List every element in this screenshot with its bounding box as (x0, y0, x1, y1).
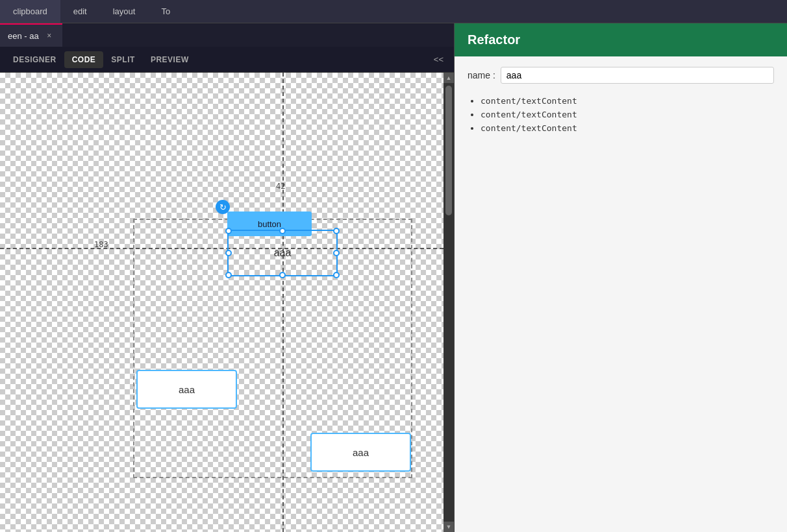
handle-tr[interactable] (333, 228, 340, 234)
scrollbar[interactable]: ▲ ▼ (443, 73, 454, 532)
collapse-button[interactable]: << (429, 52, 449, 67)
file-tab-name: een - aa (8, 31, 39, 41)
refactor-body: name : content/textContent content/textC… (455, 56, 787, 532)
button-label: button (258, 219, 281, 229)
measure-horizontal: 42 (276, 182, 285, 191)
mode-split[interactable]: SPLIT (103, 51, 143, 68)
mode-preview[interactable]: PREVIEW (143, 51, 197, 68)
right-panel: Refactor name : content/textContent cont… (455, 23, 787, 532)
file-tab[interactable]: een - aa × (0, 23, 62, 47)
list-item-1: content/textContent (481, 94, 774, 108)
content-list: content/textContent content/textContent … (468, 94, 774, 135)
mode-toolbar: DESIGNER CODE SPLIT PREVIEW << (0, 47, 454, 73)
button-element[interactable]: ↻ button (227, 212, 312, 236)
menu-clipboard[interactable]: clipboard (0, 0, 60, 23)
scroll-thumb[interactable] (445, 86, 452, 215)
refresh-icon: ↻ (216, 200, 230, 214)
component-box-1[interactable]: aaa (136, 370, 237, 409)
tab-bar: een - aa × (0, 23, 454, 47)
refactor-header: Refactor (455, 23, 787, 56)
name-input[interactable] (501, 67, 774, 84)
handle-bm[interactable] (279, 272, 286, 278)
menu-edit[interactable]: edit (60, 0, 100, 23)
handle-bl[interactable] (225, 272, 232, 278)
name-row: name : (468, 67, 774, 84)
mode-code[interactable]: CODE (64, 51, 104, 68)
measure-vertical: 183 (94, 240, 108, 249)
name-label: name : (468, 70, 495, 80)
canvas-content: 42 183 ↻ button (0, 73, 443, 532)
list-item-3: content/textContent (481, 121, 774, 135)
handle-ml[interactable] (225, 250, 232, 256)
scroll-up-button[interactable]: ▲ (443, 73, 454, 83)
handle-br[interactable] (333, 272, 340, 278)
main-area: een - aa × DESIGNER CODE SPLIT PREVIEW <… (0, 23, 787, 532)
mode-designer[interactable]: DESIGNER (5, 51, 64, 68)
menu-bar: clipboard edit layout To (0, 0, 787, 23)
selected-text: aaa (229, 231, 336, 275)
list-item-2: content/textContent (481, 108, 774, 121)
center-line-vertical (282, 73, 284, 532)
menu-to[interactable]: To (148, 0, 183, 23)
center-line-horizontal (0, 248, 443, 249)
selected-border: aaa (227, 230, 338, 276)
canvas-area[interactable]: 42 183 ↻ button (0, 73, 454, 532)
box2-text: aaa (353, 447, 369, 458)
close-tab-button[interactable]: × (44, 30, 55, 41)
handle-mr[interactable] (333, 250, 340, 256)
component-box-2[interactable]: aaa (310, 433, 411, 472)
editor-panel: een - aa × DESIGNER CODE SPLIT PREVIEW <… (0, 23, 455, 532)
menu-layout[interactable]: layout (100, 0, 149, 23)
box1-text: aaa (179, 384, 195, 395)
scroll-down-button[interactable]: ▼ (443, 522, 454, 532)
